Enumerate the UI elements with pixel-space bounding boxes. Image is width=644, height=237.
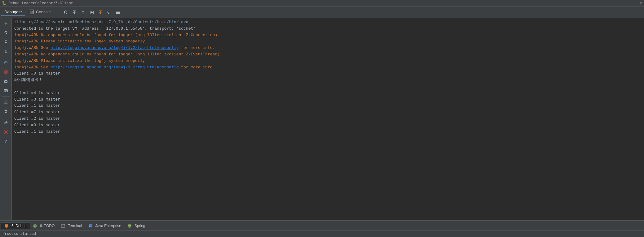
title-bar-restore[interactable]: ⊡ <box>640 1 642 6</box>
svg-line-16 <box>4 71 7 74</box>
frames-icon <box>115 10 120 15</box>
todo-icon: ✓ <box>33 224 37 228</box>
title-bar: 🐛 Debug LeaderSelector/ZkClient ⊡ <box>0 0 644 7</box>
sidebar-print-btn[interactable] <box>1 77 11 86</box>
console-line: log4j:WARN See http://logging.apache.org… <box>14 45 642 51</box>
sidebar-help-btn[interactable]: ? <box>1 137 11 146</box>
svg-rect-6 <box>116 12 120 13</box>
svg-rect-17 <box>4 80 7 82</box>
svg-marker-8 <box>5 22 7 25</box>
sidebar-watches-btn[interactable] <box>1 58 11 67</box>
console-line: Client #4 is master <box>14 90 642 97</box>
sidebar-help-icon: ? <box>4 139 7 144</box>
tab-debugger[interactable]: Debugger <box>1 8 25 16</box>
force-step-into-icon <box>98 10 103 15</box>
sidebar-resume-icon <box>4 21 8 26</box>
bottom-tab-java-enterprise[interactable]: ☕Java Enterprise <box>85 222 124 229</box>
sidebar-list-btn[interactable] <box>1 98 11 106</box>
console-line: Client #1 is master <box>14 129 642 135</box>
bottom-tab-label: 6: TODO <box>40 224 55 228</box>
svg-rect-18 <box>5 80 7 81</box>
sidebar-sep-3 <box>2 117 10 117</box>
sidebar-mute-icon <box>4 70 8 74</box>
sidebar-close-btn[interactable] <box>1 128 11 136</box>
sidebar-resume-btn[interactable] <box>1 19 11 28</box>
sidebar: ? <box>0 18 12 220</box>
sidebar-sep-2 <box>2 96 10 97</box>
sidebar-mute-btn[interactable] <box>1 68 11 76</box>
bottom-tab-debug[interactable]: D5: Debug <box>1 222 30 229</box>
bottom-tab-todo[interactable]: ✓6: TODO <box>30 222 58 229</box>
toolbar: Debugger ▤ Console → <box>0 7 644 18</box>
toolbar-frames-btn[interactable] <box>114 9 122 16</box>
bottom-tab-terminal[interactable]: >_Terminal <box>58 222 85 229</box>
sidebar-step-over-icon <box>4 31 8 35</box>
svg-rect-26 <box>4 103 7 104</box>
svg-rect-12 <box>5 53 7 53</box>
status-text: Process started <box>2 232 36 236</box>
spring-icon: 🌱 <box>127 224 132 228</box>
step-over-icon <box>63 10 68 15</box>
sidebar-camera-icon <box>4 88 8 93</box>
console-icon: ▤ <box>29 10 34 14</box>
svg-point-22 <box>5 90 6 91</box>
console-line: Client #3 is master <box>14 97 642 103</box>
console-line: log4j:WARN No appenders could be found f… <box>14 51 642 58</box>
sidebar-camera-btn[interactable] <box>1 86 11 95</box>
svg-rect-7 <box>116 13 120 14</box>
svg-rect-5 <box>116 11 120 11</box>
svg-text:D: D <box>6 225 7 228</box>
console-output: /Library/Java/JavaVirtualMachines/jdk1.7… <box>12 18 644 220</box>
sidebar-step-into-icon <box>4 40 8 44</box>
sidebar-settings-btn[interactable] <box>1 107 11 116</box>
title-bar-text: Debug LeaderSelector/ZkClient <box>8 1 73 6</box>
svg-rect-0 <box>73 11 76 11</box>
bottom-tab-spring[interactable]: 🌱Spring <box>124 222 148 229</box>
sidebar-step-out-icon <box>4 49 8 54</box>
sidebar-pin-icon <box>4 121 8 125</box>
toolbar-force-step-into-btn[interactable] <box>96 9 104 16</box>
tab-console[interactable]: ▤ Console → <box>26 8 58 16</box>
bottom-tab-label: 5: Debug <box>11 224 27 228</box>
sidebar-watches-icon <box>4 61 8 65</box>
svg-point-14 <box>5 62 7 63</box>
console-line: 敲回车键退出！ <box>14 77 642 84</box>
toolbar-step-out-btn[interactable] <box>79 9 87 16</box>
svg-rect-2 <box>93 11 94 14</box>
sidebar-pin-btn[interactable] <box>1 118 11 127</box>
console-line: Client #3 is master <box>14 122 642 129</box>
status-bar: Process started <box>0 230 644 237</box>
console-line <box>14 84 642 90</box>
toolbar-step-over-btn[interactable] <box>62 9 70 16</box>
sidebar-step-into-btn[interactable] <box>1 38 11 46</box>
log4j-link[interactable]: http://logging.apache.org/log4j/1.2/faq.… <box>51 45 179 50</box>
sidebar-step-over-btn[interactable] <box>1 28 11 37</box>
console-line: log4j:WARN Please initialize the log4j s… <box>14 38 642 45</box>
bottom-tabs: D5: Debug✓6: TODO>_Terminal☕Java Enterpr… <box>0 220 644 230</box>
main-area: ? /Library/Java/JavaVirtualMachines/jdk1… <box>0 18 644 220</box>
bottom-tab-label: Terminal <box>68 224 82 228</box>
console-line: Client #7 is master <box>14 109 642 116</box>
terminal-icon: >_ <box>61 224 65 228</box>
console-line: Connected to the target VM, address: '12… <box>14 26 642 32</box>
svg-text:🌱: 🌱 <box>128 224 132 228</box>
toolbar-run-cursor-btn[interactable] <box>88 9 96 16</box>
console-line: /Library/Java/JavaVirtualMachines/jdk1.7… <box>14 19 642 26</box>
toolbar-step-into-btn[interactable] <box>70 9 78 16</box>
svg-rect-1 <box>82 14 84 14</box>
sidebar-sep-1 <box>2 57 10 57</box>
console-line: Client #0 is master <box>14 71 642 77</box>
svg-text:>_: >_ <box>61 225 64 227</box>
step-out-icon <box>81 10 86 15</box>
step-into-icon <box>72 10 77 15</box>
svg-rect-20 <box>5 82 6 83</box>
log4j-link[interactable]: http://logging.apache.org/log4j/1.2/faq.… <box>51 65 179 70</box>
svg-rect-21 <box>4 90 7 92</box>
console-line: Client #2 is master <box>14 116 642 122</box>
sidebar-step-out-btn[interactable] <box>1 47 11 56</box>
bottom-tab-label: Spring <box>135 224 145 228</box>
debug-icon: D <box>4 224 9 228</box>
toolbar-separator-1 <box>60 9 60 15</box>
toolbar-smart-step-into-btn[interactable]: ↯ <box>105 9 113 16</box>
title-bar-icon: 🐛 <box>2 1 7 6</box>
